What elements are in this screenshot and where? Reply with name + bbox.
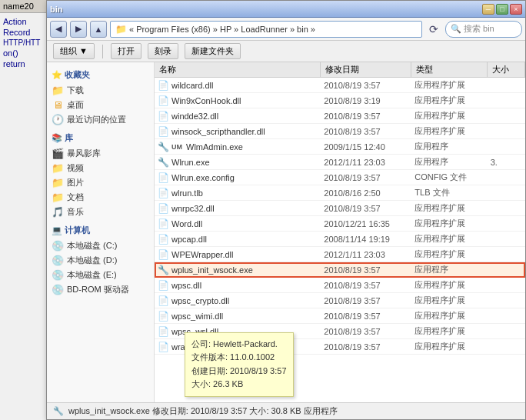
table-row[interactable]: 📄 wpsc.dll 2010/8/19 3:57 应用程序扩展 xyxy=(155,278,525,293)
sidebar-item-drive-e[interactable]: 💿 本地磁盘 (E:) xyxy=(47,268,154,282)
file-date: 2010/8/19 3:57 xyxy=(321,127,411,136)
sidebar-item-desktop[interactable]: 🖥 桌面 xyxy=(47,98,154,112)
table-row[interactable]: 📄 winsock_scripthandler.dll 2010/8/19 3:… xyxy=(155,124,525,139)
file-type-icon: 📄 xyxy=(158,280,169,291)
bd-rom-label: BD-ROM 驱动器 xyxy=(67,284,129,295)
back-button[interactable]: ◀ xyxy=(50,21,67,38)
table-row[interactable]: 📄 wnrpc32.dll 2010/8/19 3:57 应用程序扩展 xyxy=(155,201,525,216)
file-name: 🔧 wplus_init_wsock.exe xyxy=(155,265,321,275)
file-name: 📄 Win9xConHook.dll xyxy=(155,95,321,106)
file-type-icon: 📄 xyxy=(158,126,169,137)
recent-icon: 🕐 xyxy=(52,114,64,125)
file-name: 📄 winsock_scripthandler.dll xyxy=(155,126,321,137)
table-row[interactable]: 📄 Win9xConHook.dll 2010/8/19 3:19 应用程序扩展 xyxy=(155,93,525,108)
table-row[interactable]: 🔧 wplus_init_wsock.exe 2010/8/19 3:57 应用… xyxy=(155,262,525,278)
file-type-icon: 📄 xyxy=(158,203,169,214)
address-path-text: « Program Files (x86) » HP » LoadRunner … xyxy=(129,25,315,34)
col-header-date[interactable]: 修改日期 xyxy=(321,62,411,77)
table-row[interactable]: 📄 wlrun.tlb 2010/8/16 2:50 TLB 文件 xyxy=(155,185,525,201)
title-bar-buttons: ─ □ × xyxy=(482,4,522,15)
record-label[interactable]: Record xyxy=(2,27,45,38)
desktop-label: 桌面 xyxy=(67,99,84,111)
favorites-label[interactable]: ⭐ 收藏夹 xyxy=(47,67,154,83)
table-row[interactable]: 📄 wildcard.dll 2010/8/19 3:57 应用程序扩展 xyxy=(155,78,525,93)
table-row[interactable]: 📄 WPEWrapper.dll 2012/1/11 23:03 应用程序扩展 xyxy=(155,247,525,262)
file-type-icon: 🔧 xyxy=(158,265,169,275)
maximize-button[interactable]: □ xyxy=(496,4,508,15)
library-icon: 📚 xyxy=(52,133,62,143)
file-type: CONFIG 文件 xyxy=(411,172,487,183)
file-type: 应用程序扩展 xyxy=(411,95,487,106)
sidebar-item-videostore[interactable]: 🎬 暴风影库 xyxy=(47,146,154,161)
burn-button[interactable]: 刻录 xyxy=(148,43,178,59)
table-row[interactable]: 📄 wpcap.dll 2008/11/14 19:19 应用程序扩展 xyxy=(155,232,525,247)
search-box[interactable]: 🔍 搜索 bin xyxy=(445,21,522,38)
open-button[interactable]: 打开 xyxy=(111,43,141,59)
file-name-text: Word.dll xyxy=(171,219,202,228)
table-row[interactable]: 📄 Wlrun.exe.config 2010/8/19 3:57 CONFIG… xyxy=(155,170,525,185)
file-type: 应用程序扩展 xyxy=(411,279,487,291)
file-list-header: 名称 修改日期 类型 大小 xyxy=(155,62,525,78)
minimize-button[interactable]: ─ xyxy=(482,4,494,15)
table-row[interactable]: 📄 windde32.dll 2010/8/19 3:57 应用程序扩展 xyxy=(155,108,525,124)
file-size: 3. xyxy=(488,158,525,167)
library-label[interactable]: 📚 库 xyxy=(47,130,154,146)
table-row[interactable]: 🔧 UMWlmAdmin.exe 2009/1/15 12:40 应用程序 xyxy=(155,139,525,155)
sidebar-item-recent[interactable]: 🕐 最近访问的位置 xyxy=(47,112,154,127)
new-folder-button[interactable]: 新建文件夹 xyxy=(185,43,241,59)
table-row[interactable]: 📄 wpsc_crypto.dll 2010/8/19 3:57 应用程序扩展 xyxy=(155,293,525,308)
file-date: 2010/8/19 3:57 xyxy=(321,204,411,213)
file-type: 应用程序扩展 xyxy=(411,233,487,245)
address-path[interactable]: 📁 « Program Files (x86) » HP » LoadRunne… xyxy=(110,21,422,38)
up-button[interactable]: ▲ xyxy=(90,21,107,38)
organize-button[interactable]: 组织 ▼ xyxy=(53,43,95,59)
sidebar-item-music[interactable]: 🎵 音乐 xyxy=(47,205,154,219)
sidebar-item-bd-rom[interactable]: 💿 BD-ROM 驱动器 xyxy=(47,282,154,297)
file-name-text: wpsc.dll xyxy=(171,281,201,290)
file-date: 2010/8/19 3:19 xyxy=(321,96,411,105)
sidebar-item-drive-c[interactable]: 💿 本地磁盘 (C:) xyxy=(47,238,154,253)
col-header-type[interactable]: 类型 xyxy=(411,62,487,77)
status-text: wplus_init_wsock.exe 修改日期: 2010/8/19 3:5… xyxy=(68,405,338,417)
file-name-text: WlmAdmin.exe xyxy=(186,142,243,152)
refresh-button[interactable]: ⟳ xyxy=(425,21,442,38)
file-date: 2009/1/15 12:40 xyxy=(321,142,411,152)
table-row[interactable]: 📄 wpsc_wimi.dll 2010/8/19 3:57 应用程序扩展 xyxy=(155,308,525,324)
file-date: 2008/11/14 19:19 xyxy=(321,235,411,244)
sidebar-item-picture[interactable]: 📁 图片 xyxy=(47,175,154,190)
file-date: 2010/8/19 3:57 xyxy=(321,265,411,275)
sidebar-item-video[interactable]: 📁 视频 xyxy=(47,161,154,175)
editor-actions: Action Record HTTP/HTT on() return xyxy=(0,13,47,72)
col-header-size[interactable]: 大小 xyxy=(488,62,525,77)
table-row[interactable]: 📄 Word.dll 2010/12/21 16:35 应用程序扩展 xyxy=(155,216,525,232)
forward-button[interactable]: ▶ xyxy=(70,21,87,38)
table-row[interactable]: 🔧 Wlrun.exe 2012/1/11 23:03 应用程序 3. xyxy=(155,155,525,170)
drive-d-icon: 💿 xyxy=(52,255,64,266)
sidebar-item-drive-d[interactable]: 💿 本地磁盘 (D:) xyxy=(47,253,154,268)
file-type-icon: 📄 xyxy=(158,218,169,229)
file-type-icon: 📄 xyxy=(158,80,169,91)
return-label: return xyxy=(2,58,45,69)
close-button[interactable]: × xyxy=(510,4,522,15)
file-name-text: WPEWrapper.dll xyxy=(171,250,234,259)
sidebar-item-download[interactable]: 📁 下载 xyxy=(47,83,154,98)
search-placeholder: 搜索 bin xyxy=(464,23,494,35)
file-type: 应用程序扩展 xyxy=(411,248,487,260)
file-name: 🔧 UMWlmAdmin.exe xyxy=(155,142,321,152)
nav-pane: ⭐ 收藏夹 📁 下载 🖥 桌面 🕐 最近访问的位置 📚 xyxy=(47,62,155,402)
computer-label[interactable]: 💻 计算机 xyxy=(47,222,154,238)
file-date: 2010/8/19 3:57 xyxy=(321,327,411,336)
col-header-name[interactable]: 名称 xyxy=(155,62,321,77)
sidebar-item-doc[interactable]: 📁 文档 xyxy=(47,190,154,205)
paren-label: on() xyxy=(2,48,45,58)
address-bar: ◀ ▶ ▲ 📁 « Program Files (x86) » HP » Loa… xyxy=(47,18,525,41)
file-date: 2010/8/19 3:57 xyxy=(321,173,411,182)
doc-label: 文档 xyxy=(67,192,84,203)
file-type-icon: 🔧 xyxy=(158,157,169,168)
file-type-icon: 📄 xyxy=(158,295,169,306)
computer-section: 💻 计算机 💿 本地磁盘 (C:) 💿 本地磁盘 (D:) 💿 本地磁盘 (E:… xyxy=(47,222,154,297)
file-date: 2010/8/19 3:57 xyxy=(321,81,411,90)
file-name: 📄 windde32.dll xyxy=(155,111,321,122)
file-name: 🔧 Wlrun.exe xyxy=(155,157,321,168)
action-label: Action xyxy=(2,16,45,27)
